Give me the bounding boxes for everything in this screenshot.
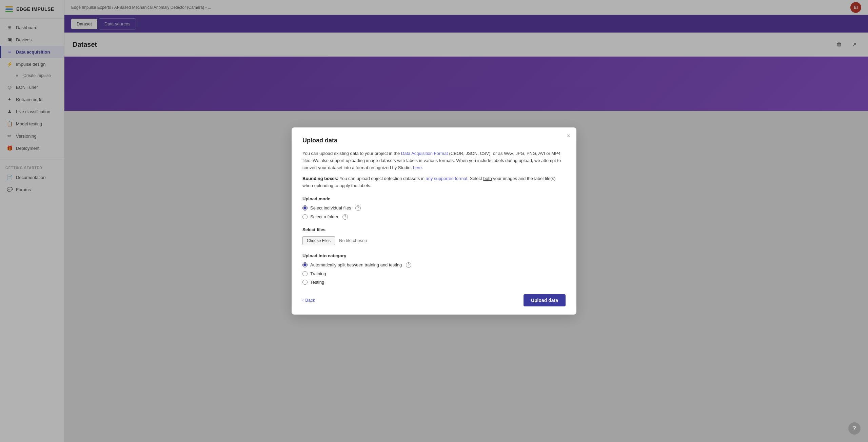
modal-overlay: × Upload data You can upload existing da… [0, 0, 868, 442]
radio-testing[interactable]: Testing [302, 280, 566, 285]
upload-data-button[interactable]: Upload data [524, 294, 566, 306]
no-file-chosen: No file chosen [339, 238, 367, 243]
radio-folder-label: Select a folder [310, 214, 338, 219]
radio-training-label: Training [310, 271, 326, 276]
modal-title: Upload data [302, 137, 566, 144]
radio-auto-split-label: Automatically split between training and… [310, 262, 402, 267]
data-acquisition-format-link[interactable]: Data Acquisition Format [401, 151, 448, 156]
here-link[interactable]: here. [413, 165, 423, 170]
back-chevron: ‹ [302, 298, 304, 303]
bounding-label: Bounding boxes: [302, 176, 338, 181]
category-group: Automatically split between training and… [302, 262, 566, 285]
radio-training[interactable]: Training [302, 271, 566, 276]
radio-folder[interactable]: Select a folder ? [302, 214, 566, 220]
choose-files-row: Choose Files No file chosen [302, 236, 566, 245]
radio-auto-split-input[interactable] [302, 262, 308, 267]
radio-individual-files[interactable]: Select individual files ? [302, 205, 566, 211]
upload-category-label: Upload into category [302, 253, 566, 258]
upload-mode-group: Select individual files ? Select a folde… [302, 205, 566, 220]
radio-individual-input[interactable] [302, 205, 308, 210]
radio-testing-label: Testing [310, 280, 324, 285]
select-files-section: Select files Choose Files No file chosen [302, 227, 566, 245]
auto-split-help-icon: ? [406, 262, 411, 268]
supported-format-link[interactable]: any supported format [426, 176, 467, 181]
individual-help-icon: ? [355, 205, 361, 211]
modal-bounding-text: Bounding boxes: You can upload object de… [302, 175, 566, 189]
help-fab[interactable]: ? [848, 422, 861, 435]
modal-close-button[interactable]: × [567, 133, 570, 139]
choose-files-button[interactable]: Choose Files [302, 236, 335, 245]
select-files-label: Select files [302, 227, 566, 232]
modal-description: You can upload existing data to your pro… [302, 150, 566, 171]
folder-help-icon: ? [342, 214, 348, 220]
radio-training-input[interactable] [302, 271, 308, 276]
upload-data-modal: × Upload data You can upload existing da… [292, 127, 576, 315]
modal-footer: ‹ Back Upload data [302, 294, 566, 306]
radio-individual-label: Select individual files [310, 205, 351, 210]
radio-auto-split[interactable]: Automatically split between training and… [302, 262, 566, 268]
radio-folder-input[interactable] [302, 214, 308, 219]
upload-mode-label: Upload mode [302, 196, 566, 201]
radio-testing-input[interactable] [302, 280, 308, 285]
back-button[interactable]: ‹ Back [302, 298, 315, 303]
back-label: Back [305, 298, 315, 303]
